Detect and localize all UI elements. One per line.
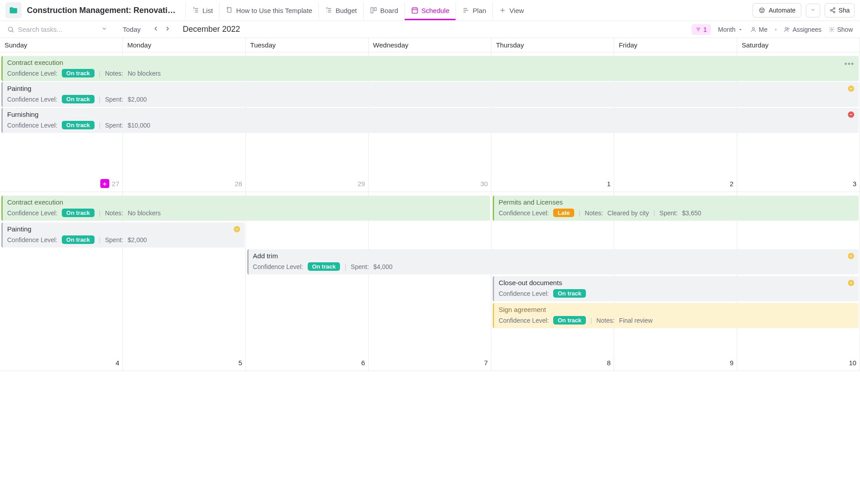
top-nav: Construction Management: Renovatio… List… — [0, 0, 860, 21]
me-filter[interactable]: Me — [750, 26, 767, 33]
notes-label: Notes: — [105, 70, 123, 77]
share-button[interactable]: Sha — [825, 3, 855, 17]
date-cell[interactable]: 8 — [491, 356, 614, 369]
spent-value: $2,000 — [128, 96, 147, 103]
event-furnishing[interactable]: Furnishing Confidence Level: On track | … — [1, 108, 859, 133]
confidence-label: Confidence Level: — [499, 317, 549, 324]
automate-button[interactable]: Automate — [752, 3, 801, 17]
tab-schedule[interactable]: Schedule — [404, 2, 456, 20]
date-cell[interactable]: 3 — [737, 177, 860, 190]
date-number: 27 — [112, 180, 120, 188]
confidence-label: Confidence Level: — [7, 122, 57, 129]
notes-value: Cleared by city — [607, 209, 649, 217]
date-cell[interactable]: 30 — [369, 177, 491, 190]
status-badge: Late — [553, 209, 574, 217]
event-title: Painting — [7, 85, 854, 92]
people-icon — [784, 26, 790, 33]
tab-label: Schedule — [421, 7, 450, 14]
automate-dropdown[interactable] — [806, 4, 820, 17]
svg-rect-2 — [374, 8, 376, 11]
svg-rect-19 — [850, 282, 852, 283]
date-cell[interactable]: 29 — [246, 177, 369, 190]
event-title: Furnishing — [7, 111, 854, 118]
assignees-filter[interactable]: Assignees — [784, 26, 821, 33]
date-number: 1 — [607, 180, 611, 188]
svg-point-9 — [834, 11, 835, 13]
svg-point-13 — [788, 28, 790, 30]
svg-rect-18 — [850, 256, 852, 256]
svg-point-14 — [831, 29, 833, 30]
today-button[interactable]: Today — [123, 26, 141, 33]
prev-month[interactable] — [152, 25, 159, 34]
event-title: Permits and Licenses — [499, 198, 854, 206]
date-number: 9 — [730, 359, 733, 367]
date-cell[interactable]: 7 — [369, 356, 491, 369]
page-title[interactable]: Construction Management: Renovatio… — [27, 6, 179, 15]
tab-list[interactable]: List — [185, 2, 219, 19]
day-header: Friday — [614, 38, 737, 52]
day-header: Monday — [123, 38, 245, 52]
date-cell[interactable]: 4 — [0, 356, 123, 369]
next-month[interactable] — [164, 25, 171, 34]
me-label: Me — [759, 26, 767, 33]
share-label: Sha — [838, 7, 850, 14]
separator: • — [774, 26, 777, 33]
status-badge: On track — [62, 69, 95, 77]
status-circle-icon — [234, 226, 240, 232]
notes-label: Notes: — [585, 209, 603, 217]
svg-rect-3 — [412, 8, 417, 13]
event-title: Add trim — [253, 252, 854, 260]
spent-value: $4,000 — [374, 263, 393, 270]
svg-point-8 — [830, 9, 832, 11]
search-wrap — [7, 26, 108, 33]
date-cell[interactable]: 1 — [491, 177, 614, 190]
date-number: 4 — [116, 359, 119, 367]
event-title: Close-out documents — [499, 279, 854, 286]
date-cell[interactable]: 9 — [614, 356, 737, 369]
date-number: 6 — [361, 359, 365, 367]
filter-pill[interactable]: 1 — [692, 24, 711, 35]
event-sign-agreement[interactable]: Sign agreement Confidence Level: On trac… — [493, 303, 859, 328]
spent-value: $10,000 — [128, 122, 150, 129]
event-add-trim[interactable]: Add trim Confidence Level: On track | Sp… — [247, 249, 859, 274]
date-cell[interactable]: 2 — [614, 177, 737, 190]
date-cell[interactable]: + 27 — [0, 177, 123, 190]
event-closeout[interactable]: Close-out documents Confidence Level: On… — [493, 276, 859, 301]
calendar-row: ••• Contract execution Confidence Level:… — [0, 52, 860, 192]
search-icon — [7, 26, 14, 33]
event-contract-execution[interactable]: Contract execution Confidence Level: On … — [1, 196, 490, 221]
status-badge: On track — [308, 262, 340, 271]
event-menu-icon[interactable]: ••• — [844, 60, 854, 69]
person-icon — [750, 26, 757, 33]
date-cell[interactable]: 10 — [737, 356, 860, 369]
event-painting[interactable]: Painting Confidence Level: On track | Sp… — [1, 82, 859, 107]
show-settings[interactable]: Show — [829, 26, 853, 33]
search-input[interactable] — [18, 26, 94, 33]
add-task-icon[interactable]: + — [100, 179, 109, 188]
status-badge: On track — [62, 209, 95, 217]
folder-icon[interactable] — [5, 2, 22, 18]
tab-plan[interactable]: Plan — [456, 2, 492, 19]
tab-add-view[interactable]: View — [492, 2, 530, 19]
event-permits[interactable]: Permits and Licenses Confidence Level: L… — [493, 196, 859, 221]
search-dropdown[interactable] — [101, 26, 108, 33]
spent-label: Spent: — [105, 122, 123, 129]
nav-tabs: List How to Use this Template Budget Boa… — [185, 2, 530, 19]
assignees-label: Assignees — [792, 26, 821, 33]
event-painting[interactable]: Painting Confidence Level: On track | Sp… — [1, 222, 245, 248]
date-cell[interactable]: 28 — [123, 177, 245, 190]
tab-label: How to Use this Template — [236, 7, 312, 14]
spent-value: $2,000 — [128, 236, 147, 243]
confidence-label: Confidence Level: — [253, 263, 303, 270]
status-badge: On track — [62, 121, 95, 129]
tab-board[interactable]: Board — [363, 2, 404, 19]
date-cell[interactable]: 6 — [246, 356, 369, 369]
view-mode-selector[interactable]: Month — [718, 26, 743, 33]
event-contract-execution[interactable]: ••• Contract execution Confidence Level:… — [1, 56, 859, 81]
spent-value: $3,650 — [682, 209, 701, 217]
tab-budget[interactable]: Budget — [318, 2, 363, 19]
tab-howto[interactable]: How to Use this Template — [219, 2, 318, 19]
date-cell[interactable]: 5 — [123, 356, 245, 369]
svg-point-7 — [834, 8, 835, 9]
confidence-label: Confidence Level: — [7, 70, 57, 77]
